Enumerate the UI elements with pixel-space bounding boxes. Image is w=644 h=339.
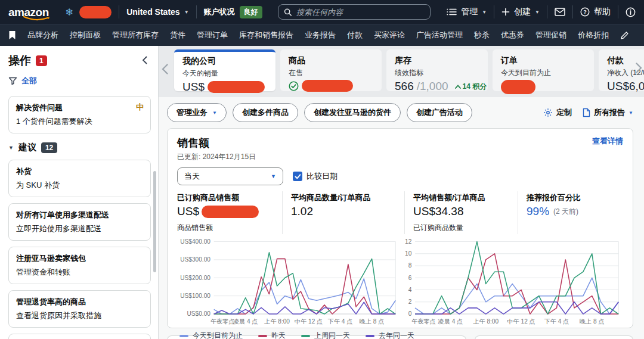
nav-item-dashboard[interactable]: 控制面板 xyxy=(70,30,101,41)
currency-prefix: US$ xyxy=(182,80,205,94)
messages-button[interactable] xyxy=(555,8,565,16)
search-input[interactable] xyxy=(296,8,425,17)
account-health[interactable]: 账户状况 良好 xyxy=(204,6,262,18)
card-subtitle: 立即开始使用多渠道配送 xyxy=(16,223,143,234)
bookmark-icon[interactable] xyxy=(8,30,16,40)
svg-text:上午 8:00: 上午 8:00 xyxy=(472,318,499,325)
legend-item[interactable]: 今天到目前为止 xyxy=(179,331,243,339)
kpi-title: 订单 xyxy=(501,55,586,66)
nav-item-customer-reviews[interactable]: 买家评论 xyxy=(374,30,405,41)
suggestion-card-restock[interactable]: 补货 为 SKU 补货 xyxy=(8,160,151,197)
legend-item[interactable]: 去年同一天 xyxy=(366,331,414,339)
chevron-down-icon: ▼ xyxy=(212,110,217,116)
sidebar-collapse-button[interactable] xyxy=(138,55,151,67)
nav-item-manage-orders[interactable]: 管理订单 xyxy=(197,30,228,41)
kpi-scroll-left-button[interactable] xyxy=(162,64,168,76)
metric-label: 平均商品数量/订单商品 xyxy=(291,192,396,203)
view-details-link[interactable]: 查看详情 xyxy=(592,136,623,147)
kpi-scroll-right-button[interactable] xyxy=(636,63,642,75)
nav-item-manage-promotions[interactable]: 管理促销 xyxy=(535,30,566,41)
amazon-smile-icon xyxy=(23,15,51,22)
create-shipment-button[interactable]: 创建发往亚马逊的货件 xyxy=(304,103,401,122)
divider xyxy=(547,5,547,18)
svg-text:12: 12 xyxy=(405,238,412,245)
actions-sidebar: 操作 1 全部 解决货件问题 1 个货件问题需要解决 中 ▼ 建议 12 补货 … xyxy=(0,46,159,339)
svg-text:下午 4 点: 下午 4 点 xyxy=(544,318,569,325)
create-products-button[interactable]: 创建多件商品 xyxy=(233,103,298,122)
suggestion-card-sponsored-ads[interactable]: 创建商品推广广告 查看推荐的 ASIN xyxy=(8,334,151,339)
help-button[interactable]: ? 帮助 xyxy=(580,7,611,17)
svg-text:午夜零点: 午夜零点 xyxy=(210,318,234,325)
legend-item[interactable]: 昨天 xyxy=(258,331,286,339)
suggestion-card-mcf[interactable]: 对所有订单使用多渠道配送 立即开始使用多渠道配送 xyxy=(8,203,151,241)
card-title: 注册亚马逊卖家钱包 xyxy=(16,253,143,264)
sidebar-scrollbar[interactable] xyxy=(153,171,156,272)
nav-item-inventory-sales-reports[interactable]: 库存和销售报告 xyxy=(239,30,293,41)
legend-swatch xyxy=(301,335,310,337)
marketplace-selector[interactable]: United States ▼ xyxy=(126,7,188,17)
svg-text:2: 2 xyxy=(408,298,412,305)
chart-legend: 今天到目前为止昨天上周同一天去年同一天 xyxy=(177,331,623,339)
manage-business-button[interactable]: 管理业务 ▼ xyxy=(167,103,227,122)
kpi-card-orders[interactable]: 订单 今天到目前为止 xyxy=(493,49,594,91)
create-campaign-button[interactable]: 创建广告活动 xyxy=(407,103,472,122)
ipi-score: 566 xyxy=(395,80,414,93)
chevron-down-icon: ▼ xyxy=(535,10,540,15)
sales-title: 销售额 xyxy=(177,136,209,150)
svg-text:0: 0 xyxy=(408,310,412,317)
metric-avg-units: 平均商品数量/订单商品 1.02 xyxy=(282,191,404,234)
metric-value: 99% xyxy=(527,205,549,218)
suggestion-card-returns[interactable]: 管理退货率高的商品 查看退货原因并采取措施 xyxy=(8,290,151,328)
settings-button[interactable] xyxy=(626,7,636,17)
nav-item-business-reports[interactable]: 业务报告 xyxy=(305,30,336,41)
svg-text:US$100.00: US$100.00 xyxy=(180,293,210,299)
help-label: 帮助 xyxy=(594,7,611,17)
customize-button[interactable]: 定制 xyxy=(543,107,572,118)
filter-all-button[interactable]: 全部 xyxy=(8,76,151,86)
metric-value: 1.02 xyxy=(291,205,396,218)
nav-item-brand-analytics[interactable]: 品牌分析 xyxy=(27,30,58,41)
chevron-up-icon xyxy=(455,85,461,89)
kpi-card-products[interactable]: 商品 在售 xyxy=(280,49,382,91)
date-range-value: 当天 xyxy=(184,171,200,182)
legend-label: 上周同一天 xyxy=(314,331,350,339)
kpi-card-my-company[interactable]: 我的公司 今天的销量 US$ xyxy=(174,49,275,91)
manage-menu-label: 管理 xyxy=(461,7,478,17)
priority-badge: 中 xyxy=(136,102,144,113)
divider xyxy=(494,5,494,18)
amazon-logo[interactable]: amazon xyxy=(8,7,51,18)
svg-text:凌晨 4 点: 凌晨 4 点 xyxy=(438,318,463,325)
toolbar-right: 定制 所有报告 ▼ xyxy=(543,107,633,118)
svg-text:US$400.00: US$400.00 xyxy=(180,238,210,245)
legend-swatch xyxy=(366,335,374,337)
sales-controls: 当天 ▼ 比较日期 xyxy=(177,167,623,185)
nav-item-coupons[interactable]: 优惠券 xyxy=(501,30,524,41)
all-reports-button[interactable]: 所有报告 ▼ xyxy=(583,107,633,118)
card-title: 补货 xyxy=(16,166,143,177)
sidebar-title: 操作 xyxy=(8,53,31,69)
date-range-select[interactable]: 当天 ▼ xyxy=(177,167,283,185)
card-subtitle: 管理资金和转账 xyxy=(16,267,143,278)
pencil-icon[interactable] xyxy=(620,31,629,40)
divider xyxy=(572,5,573,18)
manage-menu[interactable]: 管理 ▼ xyxy=(447,7,487,17)
divider xyxy=(618,5,618,18)
kpi-subtitle: 今天的销量 xyxy=(182,69,267,79)
metric-avg-sales: 平均销售额/订单商品 US$34.38 已订购商品数量 xyxy=(404,191,518,234)
legend-item[interactable]: 上周同一天 xyxy=(301,331,350,339)
svg-text:上午 8:00: 上午 8:00 xyxy=(264,318,290,325)
nav-item-payments[interactable]: 付款 xyxy=(347,30,363,41)
nav-item-deals[interactable]: 秒杀 xyxy=(474,30,490,41)
global-search[interactable] xyxy=(278,4,431,20)
nav-item-campaign-manager[interactable]: 广告活动管理 xyxy=(416,30,463,41)
create-menu[interactable]: 创建 ▼ xyxy=(501,7,540,17)
snowflake-icon: ❄ xyxy=(66,7,73,18)
suggestions-section-toggle[interactable]: ▼ 建议 12 xyxy=(8,142,151,153)
nav-item-price-discounts[interactable]: 价格折扣 xyxy=(578,30,609,41)
kpi-card-inventory[interactable]: 库存 绩效指标 566/1,000 14 积分 xyxy=(386,49,488,91)
compare-dates-checkbox[interactable]: 比较日期 xyxy=(293,171,338,182)
nav-item-shipments[interactable]: 货件 xyxy=(170,30,185,41)
suggestion-card-seller-wallet[interactable]: 注册亚马逊卖家钱包 管理资金和转账 xyxy=(8,247,151,284)
alert-card-shipment-issue[interactable]: 解决货件问题 1 个货件问题需要解决 中 xyxy=(8,96,151,133)
nav-item-manage-inventory[interactable]: 管理所有库存 xyxy=(112,30,159,41)
